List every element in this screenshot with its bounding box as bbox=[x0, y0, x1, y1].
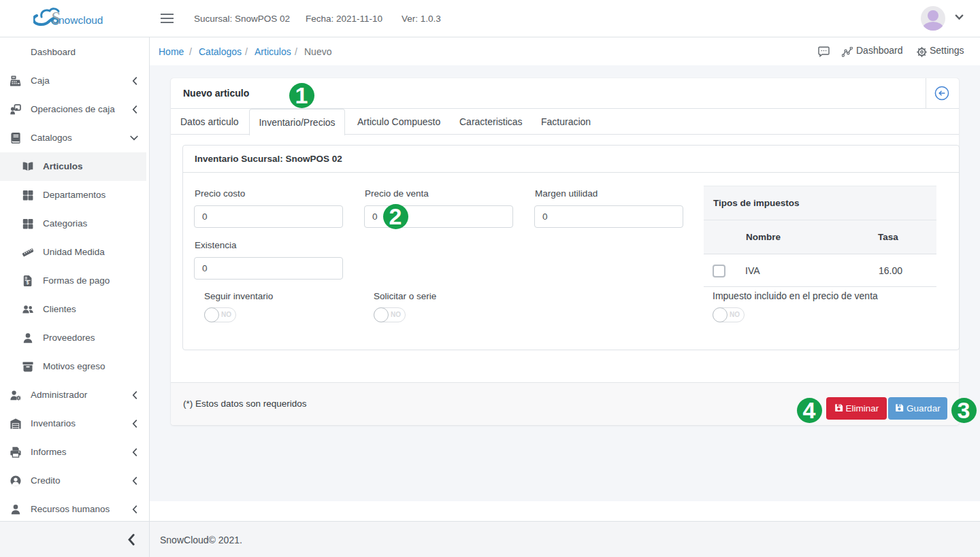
svg-text:nowcloud: nowcloud bbox=[59, 14, 103, 26]
svg-text:$: $ bbox=[27, 280, 29, 286]
